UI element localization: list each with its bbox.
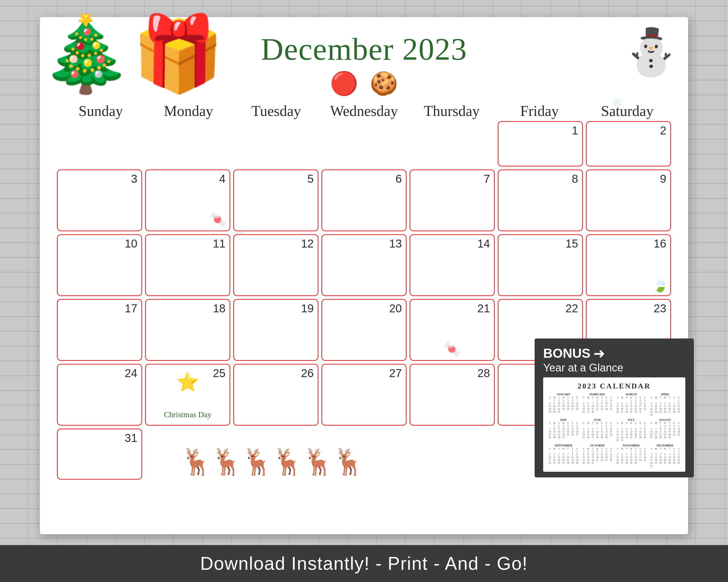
date-20: 20 xyxy=(389,302,402,315)
cal-cell-6: 6 xyxy=(321,169,407,231)
date-7: 7 xyxy=(484,172,490,185)
mini-month-may: MAY SMTWTFS 123456 78910111213 141516171… xyxy=(548,418,579,442)
bonus-arrow-icon: ➜ xyxy=(593,345,605,362)
date-31: 31 xyxy=(125,432,138,444)
date-3: 3 xyxy=(131,172,137,185)
cal-cell-19: 19 xyxy=(233,299,318,361)
date-6: 6 xyxy=(395,172,402,185)
cal-cell-14: 14 xyxy=(410,234,495,296)
cal-cell-26: 26 xyxy=(233,364,318,426)
cal-cell-10: 10 xyxy=(57,234,142,296)
date-15: 15 xyxy=(566,237,578,250)
cal-cell-4: 4 🍬 xyxy=(145,169,230,231)
empty-cell xyxy=(145,121,230,167)
empty-cell xyxy=(233,121,318,167)
bonus-box: BONUS ➜ Year at a Glance 2023 CALENDAR J… xyxy=(535,338,694,477)
calendar-title: December 2023 xyxy=(57,31,671,67)
cal-cell-11: 11 xyxy=(145,234,230,296)
mini-month-jan: JANUARY SMTWTFS 234567 891011121314 1516… xyxy=(548,393,579,416)
cal-cell-7: 7 xyxy=(410,169,495,231)
day-header-saturday: Saturday xyxy=(583,103,671,119)
cal-cell-sat2: 2 xyxy=(586,121,671,167)
date-23: 23 xyxy=(654,302,667,315)
mini-cal-title: 2023 CALENDAR xyxy=(548,382,681,390)
date-26: 26 xyxy=(301,367,314,380)
date-27: 27 xyxy=(389,367,402,380)
santa-icon: 🎅 xyxy=(145,443,181,477)
calendar-card: ❄ ❄ ❄ ❄ ❄ ❄ ❄ ❄ ❄ 🎄🎁 ⛄ December 2023 🔴 🍪… xyxy=(40,17,688,534)
cal-cell-8: 8 xyxy=(498,169,583,231)
empty-cell xyxy=(410,121,495,167)
cal-cell-27: 27 xyxy=(321,364,407,426)
date-13: 13 xyxy=(389,237,402,250)
cal-cell-31: 31 xyxy=(57,428,142,480)
day-header-friday: Friday xyxy=(496,103,583,119)
cal-cell-21: 21 🍬 xyxy=(410,299,495,361)
mini-month-sep: SEPTEMBER SMTWTFS 12 3456789 10111213141… xyxy=(548,444,579,467)
date-18: 18 xyxy=(213,302,226,315)
date-1: 1 xyxy=(572,124,578,137)
cal-cell-12: 12 xyxy=(233,234,318,296)
date-21: 21 xyxy=(477,302,490,315)
date-25: 25 xyxy=(213,367,226,380)
day-header-tuesday: Tuesday xyxy=(232,103,320,119)
mini-month-jul: JULY SMTWTFS 1 2345678 9101112131415 161… xyxy=(615,418,647,442)
mini-month-oct: OCTOBER SMTWTFS 1234567 891011121314 151… xyxy=(581,444,613,467)
bonus-subtitle: Year at a Glance xyxy=(543,362,685,374)
date-10: 10 xyxy=(125,237,138,250)
date-14: 14 xyxy=(477,237,490,250)
date-12: 12 xyxy=(301,237,314,250)
mini-month-aug: AUGUST SMTWTFS 12345 6789101112 13141516… xyxy=(649,418,681,442)
cal-cell-25-christmas: 25 ⭐ Christmas Day xyxy=(145,364,230,426)
mini-cal-grid: JANUARY SMTWTFS 234567 891011121314 1516… xyxy=(548,393,681,467)
cal-cell-9: 9 xyxy=(586,169,671,231)
cal-cell-3: 3 xyxy=(57,169,142,231)
cal-cell-15: 15 xyxy=(498,234,583,296)
date-5: 5 xyxy=(307,172,314,185)
reindeer-icons: 🦌🦌🦌🦌🦌🦌 xyxy=(181,447,363,477)
cal-cell-fri1: 1 xyxy=(498,121,583,167)
day-header-monday: Monday xyxy=(145,103,233,119)
bonus-title: BONUS xyxy=(543,345,590,361)
christmas-day-label: Christmas Day xyxy=(164,410,211,419)
date-8: 8 xyxy=(572,172,578,185)
date-22: 22 xyxy=(566,302,578,315)
cal-cell-20: 20 xyxy=(321,299,407,361)
mini-month-apr: APRIL SMTWTFS 1 2345678 9101112131415 16… xyxy=(649,393,681,416)
date-9: 9 xyxy=(660,172,666,185)
mini-month-mar: MARCH SMTWTFS 1234 567891011 12131415161… xyxy=(615,393,647,416)
christmas-star-icon: ⭐ xyxy=(176,371,199,393)
day-header-sunday: Sunday xyxy=(57,103,145,119)
day-header-thursday: Thursday xyxy=(408,103,496,119)
day-header-wednesday: Wednesday xyxy=(320,103,408,119)
empty-cell xyxy=(321,121,407,167)
date-4: 4 xyxy=(219,172,226,185)
ornament-icon: 🔴 xyxy=(330,70,358,97)
date-2: 2 xyxy=(660,124,666,137)
date-28: 28 xyxy=(477,367,490,380)
cal-cell-16: 16 🍃 xyxy=(586,234,671,296)
date-17: 17 xyxy=(125,302,138,315)
cal-cell-18: 18 xyxy=(145,299,230,361)
date-16: 16 xyxy=(654,237,667,250)
mini-month-feb: FEBRUARY SMTWTFS 1234 567891011 12131415… xyxy=(581,393,613,416)
cal-cell-28: 28 xyxy=(410,364,495,426)
deco-icons-row: 🔴 🍪 xyxy=(57,70,671,97)
cal-cell-17: 17 xyxy=(57,299,142,361)
bottom-banner-text: Download Instantly! - Print - And - Go! xyxy=(0,553,728,574)
mini-month-jun: JUNE SMTWTFS 123 45678910 11121314151617… xyxy=(581,418,613,442)
cal-cell-13: 13 xyxy=(321,234,407,296)
cal-cell-5: 5 xyxy=(233,169,318,231)
cal-cell-24: 24 xyxy=(57,364,142,426)
mini-month-nov: NOVEMBER SMTWTFS 1234 567891011 12131415… xyxy=(615,444,647,467)
empty-cell xyxy=(57,121,142,167)
mini-calendar: 2023 CALENDAR JANUARY SMTWTFS 234567 891… xyxy=(543,378,685,472)
date-19: 19 xyxy=(301,302,314,315)
date-11: 11 xyxy=(213,237,226,250)
gingerbread-icon: 🍪 xyxy=(370,70,398,97)
bottom-banner: Download Instantly! - Print - And - Go! xyxy=(0,545,728,582)
mini-month-dec: DECEMBER SMTWTFS 12 3456789 101112131415… xyxy=(649,444,681,467)
date-24: 24 xyxy=(125,367,138,380)
